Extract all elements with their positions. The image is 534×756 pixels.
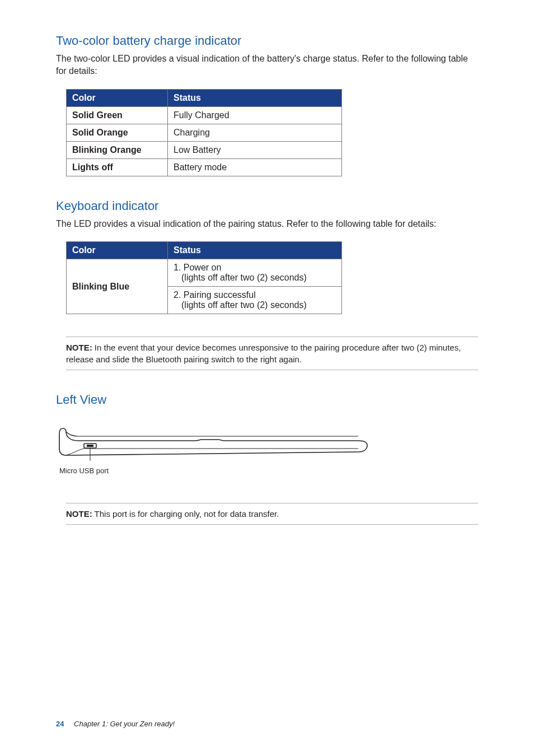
note-text: In the event that your device becomes un… xyxy=(66,343,461,364)
status-line: (lights off after two (2) seconds) xyxy=(174,300,336,310)
note-usb-port: NOTE: This port is for charging only, no… xyxy=(66,503,478,525)
heading-keyboard-indicator: Keyboard indicator xyxy=(56,199,478,213)
header-status: Status xyxy=(168,89,342,106)
cell-color: Solid Orange xyxy=(67,124,168,141)
device-side-icon xyxy=(56,424,369,463)
header-status: Status xyxy=(168,242,342,259)
note-label: NOTE: xyxy=(66,343,92,352)
table-row: Color Status xyxy=(67,242,342,259)
cell-color: Solid Green xyxy=(67,106,168,124)
heading-left-view: Left View xyxy=(56,393,478,407)
cell-status: 2. Pairing successful (lights off after … xyxy=(168,287,342,314)
page-footer: 24 Chapter 1: Get your Zen ready! xyxy=(56,720,175,728)
heading-battery-indicator: Two-color battery charge indicator xyxy=(56,34,478,48)
header-color: Color xyxy=(67,89,168,106)
cell-color: Lights off xyxy=(67,158,168,176)
table-row: Color Status xyxy=(67,89,342,106)
status-line: (lights off after two (2) seconds) xyxy=(174,273,336,283)
cell-status: Fully Charged xyxy=(168,106,342,124)
note-pairing: NOTE: In the event that your device beco… xyxy=(66,337,478,370)
intro-battery-indicator: The two-color LED provides a visual indi… xyxy=(56,53,478,78)
status-line: 1. Power on xyxy=(174,263,221,272)
chapter-title: Chapter 1: Get your Zen ready! xyxy=(74,720,175,728)
cell-color: Blinking Orange xyxy=(67,141,168,158)
cell-color: Blinking Blue xyxy=(67,259,168,314)
table-keyboard-indicator: Color Status Blinking Blue 1. Power on (… xyxy=(66,241,342,314)
cell-status: Battery mode xyxy=(168,158,342,176)
table-row: Blinking Blue 1. Power on (lights off af… xyxy=(67,259,342,287)
note-text: This port is for charging only, not for … xyxy=(92,509,279,519)
page-number: 24 xyxy=(56,720,64,728)
table-battery-indicator: Color Status Solid Green Fully Charged S… xyxy=(66,89,342,176)
cell-status: Charging xyxy=(168,124,342,141)
table-row: Solid Orange Charging xyxy=(67,124,342,141)
status-line: 2. Pairing successful xyxy=(174,290,256,300)
note-label: NOTE: xyxy=(66,509,92,519)
header-color: Color xyxy=(67,242,168,259)
usb-port-label: Micro USB port xyxy=(59,466,478,475)
left-view-diagram: Micro USB port xyxy=(56,424,478,475)
table-row: Lights off Battery mode xyxy=(67,158,342,176)
cell-status: 1. Power on (lights off after two (2) se… xyxy=(168,259,342,287)
table-row: Blinking Orange Low Battery xyxy=(67,141,342,158)
svg-rect-1 xyxy=(87,445,93,447)
cell-status: Low Battery xyxy=(168,141,342,158)
table-row: Solid Green Fully Charged xyxy=(67,106,342,124)
intro-keyboard-indicator: The LED provides a visual indication of … xyxy=(56,218,478,230)
